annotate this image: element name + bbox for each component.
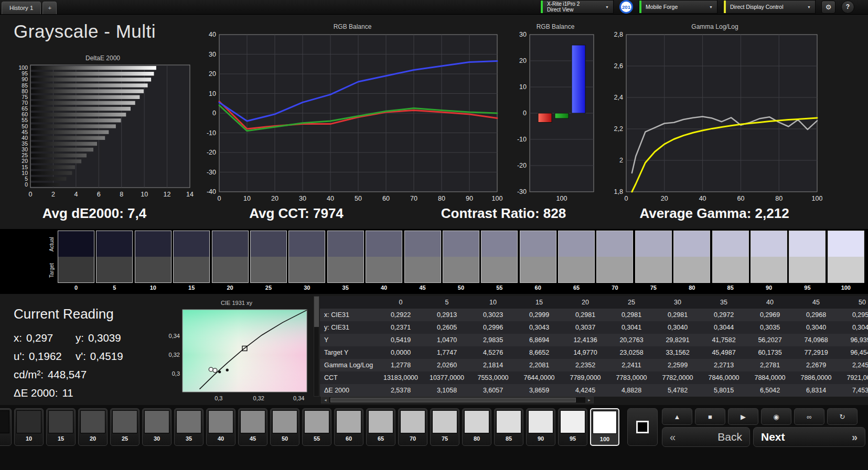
patch-button-75[interactable]: 75 [430, 408, 459, 446]
average-gamma-stat: Average Gamma: 2,212 [606, 205, 822, 223]
grayscale-swatch-30: 30 [288, 231, 325, 291]
patch-button-60[interactable]: 60 [334, 408, 363, 446]
patch-label: 30 [144, 433, 169, 442]
swatch-label: 0 [58, 283, 94, 291]
reading-de2000: ΔE 2000:11 [14, 387, 171, 399]
patch-swatch [80, 410, 105, 433]
deltae-chart-title: DeltaE 2000 [9, 54, 196, 63]
scrollbar-thumb[interactable] [330, 398, 576, 402]
next-button-label: Next [761, 431, 785, 443]
pattern-source-dropdown[interactable]: Mobile Forge ▼ [639, 0, 717, 14]
patch-button-65[interactable]: 65 [366, 408, 395, 446]
svg-text:0: 0 [523, 110, 527, 117]
rgb-line-chart-title: RGB Balance [200, 23, 505, 31]
patch-button-90[interactable]: 90 [526, 408, 555, 446]
avg-de2000-stat: Avg dE2000: 7,4 [0, 205, 189, 223]
grayscale-swatch-65: 65 [558, 231, 595, 291]
patch-label: 40 [208, 433, 233, 442]
svg-text:2,6: 2,6 [614, 62, 623, 70]
patch-button-10[interactable]: 10 [14, 408, 44, 446]
patch-button-5[interactable]: 5 [0, 408, 12, 446]
patch-button-70[interactable]: 70 [398, 408, 427, 446]
svg-text:8: 8 [120, 191, 123, 198]
svg-text:12: 12 [164, 191, 171, 198]
settings-button[interactable]: ⚙ [821, 1, 835, 14]
collapse-button[interactable]: ▲ [662, 408, 692, 425]
patch-button-100[interactable]: 100 [590, 408, 619, 446]
table-row: Target Y0,00001,77474,52768,665214,97702… [320, 346, 868, 359]
patch-swatch [400, 410, 425, 433]
patch-button-35[interactable]: 35 [174, 408, 203, 446]
table-horizontal-scrollbar: ◄ ► [321, 397, 594, 403]
patch-swatch [304, 410, 329, 433]
grayscale-swatch-0: 0 [58, 231, 94, 291]
svg-text:20: 20 [209, 70, 216, 78]
tab-history-1[interactable]: History 1 [2, 2, 41, 14]
swatch-label: 10 [135, 283, 172, 291]
svg-text:-10: -10 [517, 136, 527, 143]
continuous-button[interactable]: ∞ [794, 408, 824, 425]
scrollbar-track[interactable] [329, 397, 585, 403]
save-button[interactable]: ◉ [761, 408, 791, 425]
patch-button-55[interactable]: 55 [302, 408, 331, 446]
svg-text:0,32: 0,32 [169, 352, 180, 358]
patch-button-45[interactable]: 45 [238, 408, 267, 446]
svg-text:60: 60 [382, 195, 390, 202]
swatch-label: 60 [520, 283, 556, 291]
svg-text:100: 100 [556, 195, 567, 202]
grayscale-swatch-50: 50 [443, 231, 479, 291]
scroll-left-arrow[interactable]: ◄ [322, 397, 329, 403]
svg-text:0,34: 0,34 [169, 333, 180, 339]
patch-button-80[interactable]: 80 [462, 408, 491, 446]
table-vertical-scrollbar[interactable] [314, 296, 319, 397]
svg-text:1,8: 1,8 [614, 188, 623, 195]
patch-label: 55 [304, 433, 329, 442]
patch-button-25[interactable]: 25 [110, 408, 140, 446]
svg-text:20: 20 [271, 195, 278, 202]
swatch-row: 0510152025303540455055606570758085909510… [58, 231, 864, 291]
play-icon: ▶ [741, 413, 746, 421]
patch-button-85[interactable]: 85 [494, 408, 523, 446]
add-tab-button[interactable]: + [42, 2, 57, 14]
display-control-dropdown[interactable]: Direct Display Control ▼ [723, 0, 816, 14]
gear-icon: ⚙ [826, 3, 832, 11]
svg-text:80: 80 [775, 195, 783, 202]
patch-button-95[interactable]: 95 [558, 408, 587, 446]
continuous-icon: ∞ [807, 413, 811, 421]
meter-dropdown[interactable]: X-Rite i1Pro 2 Direct View ▼ [540, 0, 614, 14]
scroll-right-arrow[interactable]: ► [585, 397, 593, 403]
svg-text:4: 4 [74, 191, 78, 198]
patch-button-30[interactable]: 30 [142, 408, 172, 446]
svg-text:80: 80 [438, 195, 445, 202]
play-button[interactable]: ▶ [728, 408, 758, 425]
patch-label: 100 [593, 434, 617, 442]
transport-controls: ▲■▶◉∞↻ [662, 408, 858, 425]
svg-text:0,3: 0,3 [172, 370, 180, 377]
vertical-scrollbar-thumb[interactable] [314, 297, 319, 327]
help-button[interactable]: ? [841, 1, 854, 14]
patch-button-20[interactable]: 20 [78, 408, 108, 446]
svg-text:2,4: 2,4 [614, 94, 623, 101]
contrast-ratio-stat: Contrast Ratio: 828 [403, 205, 604, 223]
swatch-label: 55 [481, 283, 518, 291]
svg-text:0: 0 [29, 191, 33, 198]
loop-button[interactable]: ↻ [827, 408, 858, 425]
back-button[interactable]: « Back [662, 427, 750, 447]
svg-text:-30: -30 [517, 188, 527, 195]
topbar: History 1 + X-Rite i1Pro 2 Direct View ▼… [0, 0, 868, 15]
grayscale-swatch-80: 80 [673, 231, 710, 291]
swatch-label: 75 [635, 283, 672, 291]
patch-swatch [240, 410, 265, 433]
gamma-chart-title: Gamma Log/Log [607, 23, 822, 31]
patch-button-50[interactable]: 50 [270, 408, 299, 446]
back-button-label: Back [717, 431, 742, 443]
back-arrow-icon: « [670, 431, 676, 443]
current-reading-title: Current Reading [14, 306, 171, 322]
swatch-label: 35 [327, 283, 364, 291]
next-button[interactable]: Next » [753, 427, 865, 447]
patch-button-40[interactable]: 40 [206, 408, 235, 446]
pattern-window-button[interactable] [627, 408, 658, 446]
patch-button-15[interactable]: 15 [46, 408, 76, 446]
stop-button[interactable]: ■ [695, 408, 725, 425]
grayscale-swatch-35: 35 [327, 231, 364, 291]
